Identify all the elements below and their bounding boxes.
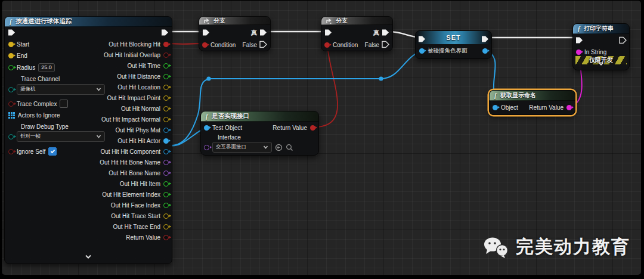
node-get-display-name[interactable]: ƒ 获取显示命名 Object Return Value xyxy=(489,90,575,115)
return-value-pin[interactable] xyxy=(566,105,572,110)
node-branch-1[interactable]: 分支 真 Condition False xyxy=(199,16,271,51)
node-sphere-trace-by-channel[interactable]: ƒ 按通道进行球体追踪 Start End Radius xyxy=(4,16,172,264)
false-exec-pin[interactable] xyxy=(259,41,267,49)
pin-label: Out Hit Trace Start xyxy=(111,213,160,219)
out-pin[interactable] xyxy=(163,95,169,101)
collapse-chevron-icon[interactable] xyxy=(84,251,92,262)
out-pin[interactable] xyxy=(163,149,169,154)
object-pin[interactable] xyxy=(493,105,498,110)
pin-label: Out Hit Blocking Hit xyxy=(109,41,160,48)
object-row: Object xyxy=(493,102,518,113)
out-pin[interactable] xyxy=(163,117,169,122)
node-header[interactable]: ƒ 打印字符串 xyxy=(573,24,629,34)
blueprint-graph-canvas[interactable]: ƒ 按通道进行球体追踪 Start End Radius xyxy=(2,1,641,275)
out-pin[interactable] xyxy=(163,181,169,187)
trace-channel-pin[interactable] xyxy=(8,87,14,92)
pin-label: Ignore Self xyxy=(17,148,45,155)
node-header[interactable]: ƒ 是否实现接口 xyxy=(201,111,318,122)
pin-row: Out Hit Hit Actor xyxy=(52,135,172,146)
out-pin[interactable] xyxy=(163,160,169,165)
out-pin[interactable] xyxy=(163,74,169,79)
node-header[interactable]: 分支 xyxy=(321,17,392,25)
pin-row: Out Hit Trace Start xyxy=(52,210,172,221)
exec-out-pin[interactable] xyxy=(161,29,169,38)
out-pin[interactable] xyxy=(163,52,169,58)
node-title: 是否实现接口 xyxy=(212,112,249,120)
interface-pin[interactable] xyxy=(204,145,209,150)
true-out-row: 真 xyxy=(251,27,267,38)
out-pin[interactable] xyxy=(163,213,169,219)
start-pin[interactable] xyxy=(8,42,14,47)
exec-out-pin[interactable] xyxy=(481,35,489,44)
variable-out-pin[interactable] xyxy=(482,48,488,54)
pin-label: Out Hit Location xyxy=(117,84,160,91)
out-pin[interactable] xyxy=(163,106,169,111)
out-pin[interactable] xyxy=(163,235,169,240)
node-header[interactable]: ƒ 按通道进行球体追踪 xyxy=(5,17,172,27)
pin-label: Out Hit Initial Overlap xyxy=(104,52,160,58)
pin-row: Out Hit Impact Normal xyxy=(52,114,172,125)
out-pin[interactable] xyxy=(163,224,169,230)
node-header[interactable]: SET xyxy=(416,31,491,44)
out-pin[interactable] xyxy=(163,203,169,208)
node-set-variable[interactable]: SET 被碰撞角色界面 xyxy=(415,30,492,59)
wechat-icon xyxy=(482,236,510,259)
exec-in-pin[interactable] xyxy=(202,29,210,38)
node-title: 分支 xyxy=(336,17,348,25)
false-label: False xyxy=(243,42,257,48)
radius-pin[interactable] xyxy=(8,65,14,70)
node-branch-2[interactable]: 分支 真 Condition False xyxy=(321,16,393,51)
end-pin[interactable] xyxy=(8,53,14,58)
out-pin[interactable] xyxy=(163,192,169,197)
true-exec-pin[interactable] xyxy=(259,29,267,38)
pin-label: Test Object xyxy=(212,125,242,131)
browse-search-icon[interactable] xyxy=(286,144,293,151)
out-pin[interactable] xyxy=(163,138,169,144)
condition-pin[interactable] xyxy=(324,42,330,48)
condition-pin[interactable] xyxy=(202,42,208,48)
trace-complex-pin[interactable] xyxy=(8,101,14,107)
exec-in-pin[interactable] xyxy=(418,35,426,44)
test-object-pin[interactable] xyxy=(204,125,209,131)
out-pin[interactable] xyxy=(163,42,169,47)
exec-in-row xyxy=(575,35,583,46)
pin-row: Out Hit Hit Component xyxy=(52,146,172,157)
false-exec-pin[interactable] xyxy=(382,41,389,49)
watermark: 完美动力教育 xyxy=(482,235,630,259)
node-header[interactable]: 分支 xyxy=(199,17,270,25)
ignore-self-pin[interactable] xyxy=(8,149,14,154)
node-print-string[interactable]: ƒ 打印字符串 In String 仅限开发 xyxy=(572,23,630,70)
pin-label: Return Value xyxy=(273,125,307,131)
interface-dropdown[interactable]: 交互界面接口 xyxy=(212,142,272,153)
out-pin[interactable] xyxy=(163,128,169,133)
pin-row: Out Hit Face Index xyxy=(52,200,172,210)
pin-label: Out Hit Trace End xyxy=(113,224,160,230)
draw-debug-pin[interactable] xyxy=(8,134,14,140)
return-value-pin[interactable] xyxy=(310,125,315,131)
array-pin-icon[interactable] xyxy=(8,112,15,119)
exec-out-pin[interactable] xyxy=(619,36,627,45)
out-pin-list: Out Hit Blocking Hit Out Hit Initial Ove… xyxy=(52,39,172,243)
exec-in-pin[interactable] xyxy=(324,29,332,38)
variable-in-pin[interactable] xyxy=(419,48,425,54)
exec-in-row xyxy=(202,27,210,38)
pin-label: End xyxy=(17,52,27,59)
node-header[interactable]: ƒ 获取显示命名 xyxy=(490,91,575,101)
pin-label: Object xyxy=(501,104,518,111)
node-does-implement-interface[interactable]: ƒ 是否实现接口 Test Object Return Value Interf… xyxy=(200,111,319,156)
bool-wire-interface-to-condition2[interactable] xyxy=(318,46,338,127)
pin-row: Out Hit Initial Overlap xyxy=(52,49,172,60)
out-pin[interactable] xyxy=(163,85,169,90)
true-exec-pin[interactable] xyxy=(382,29,389,38)
exec-in-pin[interactable] xyxy=(575,36,583,45)
collapse-chevron-icon[interactable] xyxy=(597,58,605,69)
out-pin[interactable] xyxy=(163,63,169,69)
in-string-pin[interactable] xyxy=(576,49,581,55)
pin-label: Out Hit Hit Item xyxy=(120,181,160,187)
return-value-row: Return Value xyxy=(273,122,315,133)
out-pin[interactable] xyxy=(163,170,169,176)
use-selected-icon[interactable] xyxy=(275,144,283,151)
exec-in-pin[interactable] xyxy=(8,29,16,38)
pin-label: Out Hit Impact Normal xyxy=(101,116,160,123)
condition-row: Condition xyxy=(202,39,236,50)
